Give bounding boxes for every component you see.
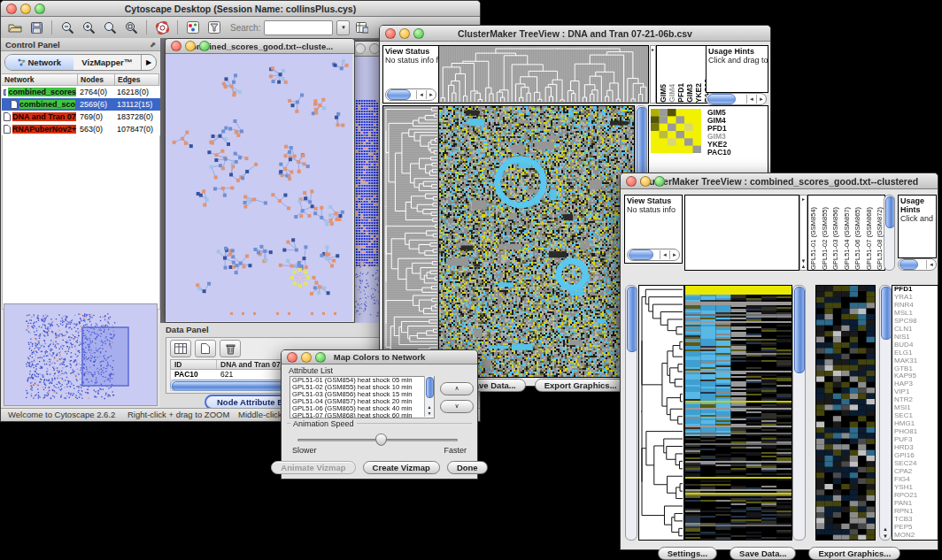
search-input[interactable] bbox=[264, 20, 333, 35]
scroll-left-icon[interactable]: ◄ bbox=[746, 95, 756, 104]
tv2-settings-button[interactable]: Settings... bbox=[658, 547, 717, 560]
scrollbar-thumb[interactable] bbox=[881, 287, 892, 340]
scroll-up-icon[interactable]: ▲ bbox=[880, 526, 891, 532]
minimize-icon[interactable] bbox=[399, 28, 410, 39]
done-button[interactable]: Done bbox=[447, 461, 488, 474]
animate-vizmap-button[interactable]: Animate Vizmap bbox=[271, 461, 355, 474]
network-row[interactable]: RNAPuberNov2+ 563(0) 107847(0) bbox=[2, 123, 160, 135]
tv1-titlebar[interactable]: ClusterMaker TreeView : DNA and Tran 07-… bbox=[380, 26, 770, 42]
zoom-selected-icon[interactable] bbox=[101, 19, 119, 35]
open-folder-icon[interactable] bbox=[6, 19, 24, 35]
scrollbar-thumb[interactable] bbox=[426, 377, 434, 398]
save-icon[interactable] bbox=[27, 19, 45, 35]
attribute-list-vscrollbar[interactable]: ▲ ▼ bbox=[424, 376, 434, 417]
column-label[interactable]: GPL51-03 (GSM856) bbox=[831, 207, 839, 270]
tv2-row-dendrogram-canvas[interactable] bbox=[638, 285, 684, 541]
close-icon[interactable] bbox=[171, 41, 181, 51]
scrollbar-thumb[interactable] bbox=[900, 259, 918, 270]
splitter-arrows[interactable]: ▼▲ bbox=[800, 258, 807, 269]
tv2-dendro-vscrollbar[interactable] bbox=[625, 285, 637, 541]
col-id[interactable]: ID bbox=[171, 360, 217, 369]
minimize-icon[interactable] bbox=[301, 352, 312, 363]
zoom-in-icon[interactable] bbox=[80, 19, 97, 35]
scroll-up-icon[interactable]: ▲ bbox=[425, 404, 434, 410]
tv1-usage-scrollbar[interactable]: ◄► bbox=[706, 93, 767, 105]
scroll-right-icon[interactable]: ► bbox=[756, 95, 766, 104]
column-label[interactable]: GPL51-08 (GSM872) bbox=[876, 207, 884, 270]
col-edges[interactable]: Edges bbox=[115, 73, 159, 86]
network-canvas-1[interactable] bbox=[166, 54, 352, 321]
scrollbar-thumb[interactable] bbox=[885, 196, 895, 228]
zoom-window-icon[interactable] bbox=[413, 28, 424, 39]
column-label[interactable]: GPL51-01 (GSM854) bbox=[809, 207, 817, 270]
close-icon[interactable] bbox=[626, 176, 637, 187]
network-row[interactable]: DNA and Tran 07 769(0) 183728(0) bbox=[2, 111, 160, 123]
zoom-window-icon[interactable] bbox=[654, 176, 665, 187]
col-nodes[interactable]: Nodes bbox=[78, 73, 115, 86]
float-panel-icon[interactable]: ⬈ bbox=[150, 41, 156, 49]
scroll-right-icon[interactable]: ► bbox=[426, 90, 436, 99]
tv2-zoom-heatmap-canvas[interactable] bbox=[815, 285, 876, 541]
column-label[interactable]: YKE2 bbox=[694, 83, 703, 103]
tv2-labels-vscrollbar[interactable] bbox=[884, 195, 895, 271]
column-label[interactable]: GIM3 bbox=[685, 84, 694, 103]
scroll-right-icon[interactable]: ► bbox=[669, 250, 679, 259]
zoom-out-icon[interactable] bbox=[58, 19, 76, 35]
scroll-left-icon[interactable]: ◄ bbox=[416, 90, 426, 99]
column-label[interactable]: GPL51-02 (GSM855) bbox=[821, 207, 829, 270]
network-row-selected[interactable]: combined_sco 2569(6) 13112(15) bbox=[2, 98, 160, 111]
column-label[interactable]: GPL51-06 (GSM865) bbox=[853, 207, 861, 270]
scrollbar-thumb[interactable] bbox=[627, 287, 637, 352]
scrollbar-thumb[interactable] bbox=[707, 94, 736, 104]
tv2-heatmap-canvas[interactable] bbox=[684, 285, 792, 541]
tv2-column-dendrogram-area[interactable] bbox=[684, 195, 799, 271]
tv2-export-graphics-button[interactable]: Export Graphics... bbox=[808, 547, 900, 560]
scrollbar-thumb[interactable] bbox=[794, 287, 805, 373]
tv2-splitter[interactable]: ▸▼▲ bbox=[799, 195, 807, 271]
tv2-heatmap-vscrollbar[interactable] bbox=[792, 285, 806, 541]
column-label[interactable]: GPL51-04 (GSM857) bbox=[843, 207, 851, 270]
tv2-genelist-vscrollbar[interactable]: ▲ ▼ bbox=[879, 285, 892, 541]
tv1-splitter[interactable]: ▸ bbox=[650, 45, 656, 104]
scroll-left-icon[interactable]: ◄ bbox=[660, 250, 669, 259]
col-network[interactable]: Network bbox=[2, 73, 78, 86]
select-attributes-icon[interactable] bbox=[170, 340, 191, 357]
view-status-scrollbar[interactable]: ◄► bbox=[627, 249, 680, 261]
window-controls[interactable] bbox=[287, 352, 326, 363]
column-label[interactable]: GPL51-07 (GSM868) bbox=[865, 207, 873, 270]
search-dropdown-arrow-icon[interactable]: ▼ bbox=[336, 20, 350, 35]
new-attribute-icon[interactable] bbox=[195, 340, 216, 357]
minimize-icon[interactable] bbox=[185, 41, 196, 51]
zoom-window-icon[interactable] bbox=[199, 41, 210, 51]
gene-label[interactable]: PAC10 bbox=[707, 149, 764, 157]
scrollbar-thumb[interactable] bbox=[387, 89, 411, 100]
minimize-icon[interactable] bbox=[640, 176, 651, 187]
birdseye-overview-canvas[interactable] bbox=[4, 303, 158, 406]
view-status-scrollbar[interactable]: ◄► bbox=[385, 88, 436, 101]
close-icon[interactable] bbox=[6, 4, 17, 14]
minimize-icon[interactable] bbox=[20, 4, 31, 14]
tab-network[interactable]: Network bbox=[5, 55, 73, 70]
tv1-zoom-heatmap-canvas[interactable] bbox=[651, 109, 701, 153]
scrollbar-thumb[interactable] bbox=[629, 249, 653, 260]
close-icon[interactable] bbox=[287, 352, 297, 363]
tv2-titlebar[interactable]: ClusterMaker TreeView : combined_scores_… bbox=[621, 173, 938, 189]
main-titlebar[interactable]: Cytoscape Desktop (Session Name: collins… bbox=[1, 1, 480, 17]
tv2-save-data-button[interactable]: Save Data... bbox=[730, 547, 796, 560]
move-down-button[interactable]: ∨ bbox=[440, 400, 474, 413]
attribute-list-item[interactable]: GPL51-07 (GSM868) heat shock 60 min bbox=[290, 412, 434, 418]
zoom-window-icon[interactable] bbox=[35, 4, 45, 14]
scroll-left-icon[interactable]: ◄ bbox=[926, 260, 936, 269]
tv1-export-graphics-button[interactable]: Export Graphics... bbox=[535, 379, 627, 392]
import-table-icon[interactable] bbox=[353, 19, 371, 35]
network-row[interactable]: combined_scores 2764(0) 16218(0) bbox=[2, 86, 160, 98]
slider-thumb[interactable] bbox=[375, 433, 387, 446]
tab-vizmapper[interactable]: VizMapper™ bbox=[73, 55, 142, 70]
window-controls[interactable] bbox=[626, 176, 665, 187]
vizmapper-icon[interactable] bbox=[184, 19, 202, 35]
column-label[interactable]: GIM4 bbox=[668, 84, 676, 103]
network-view-window-1[interactable]: combined_scores_good.txt--cluste... bbox=[165, 38, 355, 323]
net1-titlebar[interactable]: combined_scores_good.txt--cluste... bbox=[166, 39, 354, 54]
create-vizmap-button[interactable]: Create Vizmap bbox=[363, 461, 440, 474]
close-icon[interactable] bbox=[355, 43, 366, 54]
